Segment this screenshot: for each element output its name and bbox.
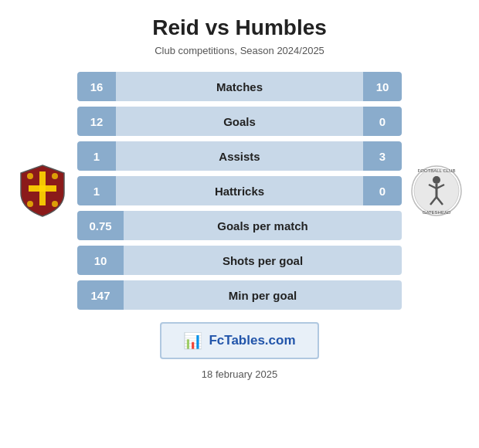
brand-text: FcTables.com	[209, 333, 295, 348]
stat-row-hattricks: 1 Hattricks 0	[77, 176, 402, 205]
comparison-area: 16 Matches 10 12 Goals 0 1 Assists 3 1 H…	[8, 72, 471, 310]
stat-left-val-assists: 1	[77, 141, 116, 171]
svg-text:FOOTBALL CLUB: FOOTBALL CLUB	[418, 168, 456, 173]
stat-right-val-matches: 10	[363, 72, 402, 101]
svg-point-3	[52, 173, 58, 179]
stat-label-min-per-goal: Min per goal	[124, 289, 402, 302]
stat-label-matches: Matches	[116, 80, 363, 93]
page-subtitle: Club competitions, Season 2024/2025	[155, 45, 324, 56]
page-title: Reid vs Humbles	[152, 15, 327, 40]
stat-row-shots-per-goal: 10 Shots per goal	[77, 246, 402, 275]
brand-box: 📊 FcTables.com	[160, 322, 318, 359]
stat-row-goals-per-match: 0.75 Goals per match	[77, 211, 402, 240]
left-club-logo	[8, 164, 77, 218]
stat-row-assists: 1 Assists 3	[77, 141, 402, 171]
stat-label-goals-per-match: Goals per match	[124, 219, 402, 232]
svg-text:GATESHEAD: GATESHEAD	[423, 210, 451, 215]
stat-left-val-shots-per-goal: 10	[77, 246, 124, 275]
right-club-logo: GATESHEAD FOOTBALL CLUB	[402, 165, 471, 217]
brand-icon: 📊	[183, 331, 202, 350]
stat-label-goals: Goals	[116, 115, 363, 128]
svg-rect-1	[39, 171, 46, 205]
svg-point-5	[52, 201, 58, 207]
stat-row-goals: 12 Goals 0	[77, 107, 402, 136]
stat-row-matches: 16 Matches 10	[77, 72, 402, 101]
date-label: 18 february 2025	[202, 368, 277, 380]
stat-right-val-goals: 0	[363, 107, 402, 136]
stat-row-min-per-goal: 147 Min per goal	[77, 280, 402, 310]
stat-label-assists: Assists	[116, 150, 363, 163]
stat-left-val-matches: 16	[77, 72, 116, 101]
stats-container: 16 Matches 10 12 Goals 0 1 Assists 3 1 H…	[77, 72, 402, 310]
svg-point-4	[27, 201, 33, 207]
stat-left-val-hattricks: 1	[77, 176, 116, 205]
stat-label-hattricks: Hattricks	[116, 185, 363, 198]
stat-right-val-assists: 3	[363, 141, 402, 171]
stat-left-val-min-per-goal: 147	[77, 280, 124, 310]
stat-right-val-hattricks: 0	[363, 176, 402, 205]
stat-left-val-goals-per-match: 0.75	[77, 211, 124, 240]
stat-left-val-goals: 12	[77, 107, 116, 136]
svg-point-8	[433, 176, 440, 184]
stat-label-shots-per-goal: Shots per goal	[124, 254, 402, 267]
svg-point-2	[27, 173, 33, 179]
